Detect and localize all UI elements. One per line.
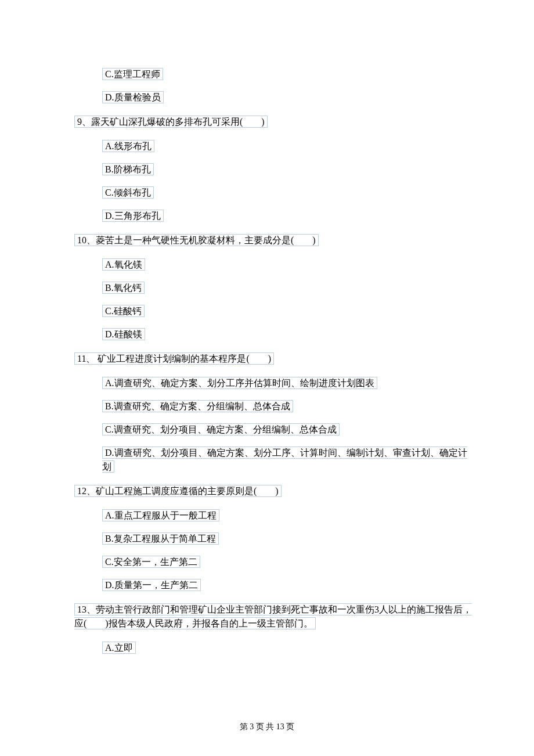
question-10-option-d: D.硅酸镁 [102,327,476,341]
option-text: C.调查研究、划分项目、确定方案、分组编制、总体合成 [102,423,340,435]
question-9-stem: 9、露天矿山深孔爆破的多排布孔可采用( ) [74,115,476,129]
question-8-option-d: D.质量检验员 [102,91,476,105]
question-12-option-b: B.复杂工程服从于简单工程 [102,532,476,546]
question-12-stem: 12、矿山工程施工调度应遵循的主要原则是( ) [74,484,476,498]
option-text: C.硅酸钙 [102,305,145,317]
option-text: D.质量第一，生产第二 [102,579,201,591]
question-text: 10、菱苦土是一种气硬性无机胶凝材料，主要成分是( ) [74,234,319,246]
question-11-option-c: C.调查研究、划分项目、确定方案、分组编制、总体合成 [102,423,476,437]
question-11-option-d: D.调查研究、划分项目、确定方案、划分工序、计算时间、编制计划、审查计划、确定计… [102,446,476,474]
option-text: B.复杂工程服从于简单工程 [102,532,219,545]
question-8-option-c: C.监理工程师 [102,67,476,81]
document-page: C.监理工程师 D.质量检验员 9、露天矿山深孔爆破的多排布孔可采用( ) A.… [0,0,534,699]
question-10-option-b: B.氧化钙 [102,281,476,295]
option-text: B.调查研究、确定方案、分组编制、总体合成 [102,400,293,412]
question-11-stem: 11、 矿业工程进度计划编制的基本程序是( ) [74,352,476,366]
option-text: C.监理工程师 [102,68,163,80]
question-11-option-b: B.调查研究、确定方案、分组编制、总体合成 [102,399,476,413]
question-text: 13、劳动主管行政部门和管理矿山企业主管部门接到死亡事故和一次重伤3人以上的施工… [74,603,472,629]
question-9-option-c: C.倾斜布孔 [102,186,476,200]
question-13-option-a: A.立即 [102,641,476,655]
option-text: B.阶梯布孔 [102,163,154,175]
option-text: A.立即 [102,642,136,654]
question-9-option-b: B.阶梯布孔 [102,163,476,177]
option-text: A.调查研究、确定方案、划分工序并估算时间、绘制进度计划图表 [102,377,377,389]
question-10-option-c: C.硅酸钙 [102,304,476,318]
option-text: C.倾斜布孔 [102,186,154,199]
question-9-option-a: A.线形布孔 [102,139,476,153]
question-text: 9、露天矿山深孔爆破的多排布孔可采用( ) [74,116,268,128]
question-10-option-a: A.氧化镁 [102,258,476,272]
question-12-option-d: D.质量第一，生产第二 [102,578,476,592]
option-text: D.三角形布孔 [102,210,164,222]
option-text: D.调查研究、划分项目、确定方案、划分工序、计算时间、编制计划、审查计划、确定计… [102,447,467,473]
page-footer: 第 3 页 共 13 页 [0,721,534,733]
question-10-stem: 10、菱苦土是一种气硬性无机胶凝材料，主要成分是( ) [74,233,476,247]
option-text: D.硅酸镁 [102,328,145,340]
question-12-option-a: A.重点工程服从于一般工程 [102,509,476,523]
option-text: D.质量检验员 [102,91,164,103]
question-12-option-c: C.安全第一，生产第二 [102,555,476,569]
option-text: C.安全第一，生产第二 [102,556,200,568]
question-text: 11、 矿业工程进度计划编制的基本程序是( ) [74,352,274,365]
question-11-option-a: A.调查研究、确定方案、划分工序并估算时间、绘制进度计划图表 [102,376,476,390]
option-text: A.线形布孔 [102,140,154,152]
question-text: 12、矿山工程施工调度应遵循的主要原则是( ) [74,485,282,497]
question-9-option-d: D.三角形布孔 [102,209,476,223]
option-text: A.氧化镁 [102,258,145,271]
option-text: A.重点工程服从于一般工程 [102,509,219,521]
option-text: B.氧化钙 [102,282,145,294]
question-13-stem: 13、劳动主管行政部门和管理矿山企业主管部门接到死亡事故和一次重伤3人以上的施工… [74,603,476,631]
